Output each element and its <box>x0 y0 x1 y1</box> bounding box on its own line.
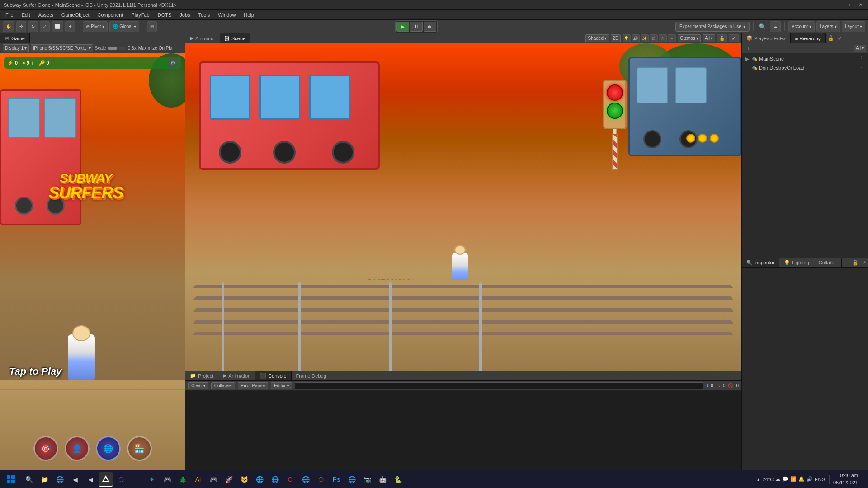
taskbar-unity-icon[interactable] <box>99 472 113 487</box>
add-keys-button[interactable]: + <box>51 60 54 66</box>
toolbar-collab-icon[interactable]: ☁ <box>770 21 781 32</box>
start-button[interactable] <box>2 471 20 488</box>
experimental-packages-button[interactable]: Experimental Packages In Use ▾ <box>675 22 750 32</box>
menu-help[interactable]: Help <box>240 11 258 19</box>
hierarchy-item-dontdestroy[interactable]: 🎭 DontDestroyOnLoad ⋮ <box>743 63 867 72</box>
taskbar-github-icon[interactable]: 🐱 <box>237 472 251 487</box>
taskbar-edge-icon[interactable]: 🌐 <box>52 472 67 487</box>
tray-cloud-icon[interactable]: ☁ <box>775 476 780 482</box>
taskbar-edge2-icon[interactable]: 🌐 <box>344 472 359 487</box>
clear-button[interactable]: Clear ▾ <box>188 382 208 389</box>
menu-edit[interactable]: Edit <box>18 11 34 19</box>
taskbar-telegram-icon[interactable]: ✈ <box>145 472 159 487</box>
tray-volume-icon[interactable]: 🔊 <box>807 476 813 482</box>
tab-console[interactable]: ⬛ Console <box>255 371 291 380</box>
menu-window[interactable]: Window <box>214 11 239 19</box>
tab-inspector[interactable]: 🔍 Inspector <box>742 258 779 267</box>
scene-maximize-button[interactable]: ⤢ <box>729 34 739 42</box>
lighting-toggle[interactable]: 💡 <box>623 34 631 42</box>
toolbar-hand-tool[interactable]: ✋ <box>3 21 14 32</box>
taskbar-file-explorer-icon[interactable]: 📁 <box>37 472 52 487</box>
hierarchy-lock-btn[interactable]: 🔓 <box>826 35 836 41</box>
taskbar-browser2-icon[interactable]: 🌐 <box>298 472 313 487</box>
tray-network-icon[interactable]: 📶 <box>790 476 797 482</box>
audio-toggle[interactable]: 🔊 <box>632 34 640 42</box>
shop-button[interactable]: 🏪 <box>127 436 152 461</box>
toolbar-scale-tool[interactable]: ⤢ <box>40 21 50 32</box>
pause-button[interactable]: ⏸ <box>410 22 423 32</box>
minimize-button[interactable]: ─ <box>837 1 844 9</box>
menu-jobs[interactable]: Jobs <box>176 11 193 19</box>
tab-hierarchy[interactable]: ≡ Hierarchy <box>791 33 826 43</box>
taskbar-prev-icon[interactable]: ◀ <box>83 472 98 487</box>
toolbar-transform-tool[interactable]: ✦ <box>65 21 75 32</box>
tray-lang-label[interactable]: ENG <box>815 477 826 482</box>
menu-playfab[interactable]: PlayFab <box>127 11 153 19</box>
tab-animation[interactable]: ▶ Animation <box>218 371 255 380</box>
device-dropdown[interactable]: iPhone 5/SS/SC/SE Portr...▾ <box>31 44 93 52</box>
menu-file[interactable]: File <box>2 11 17 19</box>
taskbar-android-icon[interactable]: 🤖 <box>375 472 390 487</box>
hierarchy-filter-dropdown[interactable]: All ▾ <box>854 45 866 52</box>
scene-toggle-3[interactable]: ≡ <box>668 34 676 42</box>
taskbar-photoshop-icon[interactable]: Ps <box>329 472 344 487</box>
taskbar-back-icon[interactable]: ◀ <box>68 472 82 487</box>
tab-game[interactable]: 🎮 Game <box>0 33 30 43</box>
menu-gameobject[interactable]: GameObject <box>58 11 93 19</box>
missions-button[interactable]: 🎯 <box>33 436 58 461</box>
play-button[interactable]: ▶ <box>396 22 409 32</box>
taskbar-sourcetree-icon[interactable]: 🌲 <box>175 472 190 487</box>
toolbar-rect-tool[interactable]: ⬜ <box>52 21 63 32</box>
tray-discord-icon[interactable]: 💬 <box>782 476 788 482</box>
profile-button[interactable]: 👤 <box>65 436 90 461</box>
taskbar-chrome2-icon[interactable]: 🌐 <box>268 472 282 487</box>
2d-mode-button[interactable]: 2D <box>611 34 621 42</box>
taskbar-steam-icon[interactable]: 🎮 <box>206 472 221 487</box>
toolbar-search-button[interactable]: 🔍 <box>757 21 768 32</box>
world-button[interactable]: 🌐 <box>96 436 121 461</box>
error-pause-button[interactable]: Error Pause <box>238 382 268 389</box>
taskbar-rider-icon[interactable]: 🚀 <box>222 472 236 487</box>
tab-scene[interactable]: 🖼 Scene <box>220 33 250 43</box>
editor-dropdown-button[interactable]: Editor ▾ <box>271 382 292 389</box>
toolbar-pivot-button[interactable]: ⊕ Pivot ▾ <box>83 21 108 32</box>
tab-frame-debug[interactable]: Frame Debug <box>292 371 331 380</box>
tab-lighting[interactable]: 💡 Lighting <box>779 258 814 267</box>
add-coins-button[interactable]: + <box>31 60 34 66</box>
taskbar-blender-icon[interactable]: ⬡ <box>314 472 328 487</box>
console-search-input[interactable] <box>295 382 703 389</box>
taskbar-opera-icon[interactable]: O <box>283 472 297 487</box>
display-dropdown[interactable]: Display 1▾ <box>3 44 29 52</box>
step-button[interactable]: ⏭ <box>424 22 436 32</box>
account-button[interactable]: Account ▾ <box>788 21 815 32</box>
scene-lock-button[interactable]: 🔓 <box>717 34 727 42</box>
toolbar-custom-icon[interactable]: ⊞ <box>147 21 157 32</box>
console-tabs-options[interactable]: ⋮ <box>731 373 741 379</box>
collapse-button[interactable]: Collapse <box>211 382 235 389</box>
effects-toggle[interactable]: ✨ <box>641 34 649 42</box>
taskbar-discord-icon[interactable]: 🎮 <box>160 472 175 487</box>
tray-notify-icon[interactable]: 🔔 <box>798 476 805 482</box>
mainscene-options-icon[interactable]: ⋮ <box>858 55 864 62</box>
gizmos-dropdown[interactable]: Gizmos▾ <box>678 34 701 42</box>
hierarchy-add-button[interactable]: + <box>744 44 753 52</box>
taskbar-vs-code-icon[interactable] <box>129 472 144 487</box>
dontdestroy-options-icon[interactable]: ⋮ <box>858 64 864 71</box>
taskbar-chrome-icon[interactable]: 🌐 <box>252 472 267 487</box>
maximize-button[interactable]: □ <box>847 1 854 9</box>
menu-tools[interactable]: Tools <box>195 11 214 19</box>
scene-toggle-2[interactable]: ◇ <box>659 34 667 42</box>
layout-button[interactable]: Layout ▾ <box>842 21 865 32</box>
shading-dropdown[interactable]: Shaded▾ <box>585 34 609 42</box>
close-button[interactable]: ✕ <box>857 1 864 9</box>
toolbar-move-tool[interactable]: ✛ <box>16 21 26 32</box>
settings-gear-button[interactable]: ⚙ <box>168 58 178 68</box>
scene-toggle-1[interactable]: □ <box>650 34 658 42</box>
menu-dots[interactable]: DOTS <box>154 11 175 19</box>
toolbar-rotate-tool[interactable]: ↻ <box>28 21 38 32</box>
menu-component[interactable]: Component <box>94 11 127 19</box>
tab-collab[interactable]: Collab... <box>814 258 842 267</box>
hierarchy-maximize-btn[interactable]: ⤢ <box>836 35 844 41</box>
menu-assets[interactable]: Assets <box>35 11 57 19</box>
taskbar-vs-icon[interactable]: ⬡ <box>114 472 128 487</box>
